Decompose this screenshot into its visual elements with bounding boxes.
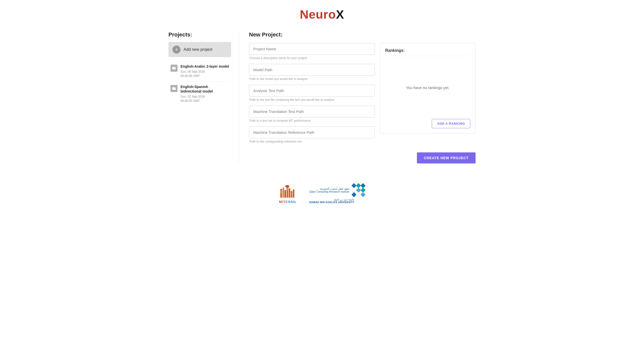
footer: MITCSAIL معهد قطر لبحوث الحوسبة Qatar Co… bbox=[0, 168, 644, 214]
sidebar-title: Projects: bbox=[168, 31, 231, 38]
folder-icon bbox=[170, 65, 177, 72]
hbku-arabic: جامعة حمد بن خليفة bbox=[309, 198, 354, 201]
mt-test-path-group: Path to a test set to compute MT perform… bbox=[249, 106, 375, 122]
add-project-label: Add new project bbox=[184, 47, 212, 52]
hbku-text: جامعة حمد بن خليفة HAMAD BIN KHALIFA UNI… bbox=[309, 198, 354, 204]
rankings-footer: ADD A RANKING bbox=[385, 115, 470, 128]
list-item[interactable]: English-Spanish bidirectional model Sun,… bbox=[168, 81, 231, 106]
qcri-arabic: معهد قطر لبحوث الحوسبة bbox=[309, 187, 349, 190]
project-form: Choose a descriptive name for your proje… bbox=[249, 43, 375, 147]
svg-rect-9 bbox=[281, 192, 281, 193]
svg-rect-11 bbox=[287, 189, 288, 190]
page-header: NeuroX bbox=[0, 0, 644, 26]
add-project-button[interactable]: + Add new project bbox=[168, 42, 231, 57]
hbku-diamond-grid bbox=[352, 184, 365, 197]
svg-rect-6 bbox=[293, 189, 294, 198]
mt-reference-path-hint: Path to the coresponding reference set bbox=[249, 140, 375, 143]
svg-rect-1 bbox=[283, 188, 284, 198]
project-name-input[interactable] bbox=[249, 43, 375, 55]
rankings-panel: Rankings: You have no rankings yet. ADD … bbox=[380, 43, 476, 134]
analysis-text-path-hint: Path to the text file containing the tex… bbox=[249, 98, 375, 102]
project-name-hint: Choose a descriptive name for your proje… bbox=[249, 56, 375, 60]
app-title: NeuroX bbox=[0, 8, 644, 21]
model-path-input[interactable] bbox=[249, 64, 375, 76]
main-container: Projects: + Add new project English-Arab… bbox=[158, 26, 486, 168]
svg-rect-4 bbox=[289, 188, 290, 198]
project-info: English-Arabic 2-layer model Sun, 09 Sep… bbox=[181, 64, 229, 78]
svg-rect-10 bbox=[287, 188, 288, 189]
main-content: New Project: Choose a descriptive name f… bbox=[239, 31, 476, 163]
footer-logos: MITCSAIL معهد قطر لبحوث الحوسبة Qatar Co… bbox=[279, 184, 365, 204]
title-neuro: Neuro bbox=[300, 8, 336, 21]
add-icon: + bbox=[172, 46, 181, 54]
project-name: English-Arabic 2-layer model bbox=[181, 64, 229, 69]
qcri-english: Qatar Computing Research Institute bbox=[309, 190, 349, 193]
qcri-text: معهد قطر لبحوث الحوسبة Qatar Computing R… bbox=[309, 187, 349, 193]
qcri-row: معهد قطر لبحوث الحوسبة Qatar Computing R… bbox=[309, 184, 365, 197]
mt-test-path-input[interactable] bbox=[249, 106, 375, 117]
hbku-english: HAMAD BIN KHALIFA UNIVERSITY bbox=[309, 201, 354, 204]
create-project-button[interactable]: CREATE NEW PROJECT bbox=[417, 152, 476, 163]
add-ranking-button[interactable]: ADD A RANKING bbox=[432, 119, 470, 128]
mt-reference-path-input[interactable] bbox=[249, 126, 375, 138]
svg-rect-0 bbox=[280, 189, 282, 198]
mit-building-icon bbox=[279, 184, 297, 199]
mit-csail-logo: MITCSAIL bbox=[279, 184, 297, 204]
svg-rect-2 bbox=[284, 190, 286, 198]
svg-point-7 bbox=[285, 185, 289, 188]
svg-rect-5 bbox=[291, 191, 293, 198]
sidebar: Projects: + Add new project English-Arab… bbox=[168, 31, 239, 163]
qcri-hbku-block: معهد قطر لبحوث الحوسبة Qatar Computing R… bbox=[309, 184, 365, 204]
folder-icon bbox=[170, 85, 177, 92]
model-path-group: Path to the model you would like to anal… bbox=[249, 64, 375, 81]
analysis-text-path-group: Path to the text file containing the tex… bbox=[249, 85, 375, 102]
create-button-row: CREATE NEW PROJECT bbox=[249, 152, 476, 163]
new-project-title: New Project: bbox=[249, 31, 476, 38]
mit-label: MITCSAIL bbox=[279, 200, 297, 204]
mt-test-path-hint: Path to a test set to compute MT perform… bbox=[249, 119, 375, 122]
project-date: Sun, 09 Sep 2018 00:00:00 GMT bbox=[181, 70, 229, 78]
rankings-empty-message: You have no rankings yet. bbox=[385, 60, 470, 115]
svg-rect-8 bbox=[281, 191, 281, 192]
project-name-group: Choose a descriptive name for your proje… bbox=[249, 43, 375, 60]
project-info: English-Spanish bidirectional model Sun,… bbox=[181, 84, 229, 103]
project-name: English-Spanish bidirectional model bbox=[181, 84, 229, 94]
mt-reference-path-group: Path to the coresponding reference set bbox=[249, 126, 375, 143]
analysis-text-path-input[interactable] bbox=[249, 85, 375, 97]
rankings-title: Rankings: bbox=[385, 48, 470, 56]
title-x: X bbox=[336, 8, 344, 21]
form-rankings-row: Choose a descriptive name for your proje… bbox=[249, 43, 476, 147]
list-item[interactable]: English-Arabic 2-layer model Sun, 09 Sep… bbox=[168, 61, 231, 81]
project-date: Sun, 02 Sep 2018 00:00:00 GMT bbox=[181, 95, 229, 103]
model-path-hint: Path to the model you would like to anal… bbox=[249, 77, 375, 81]
